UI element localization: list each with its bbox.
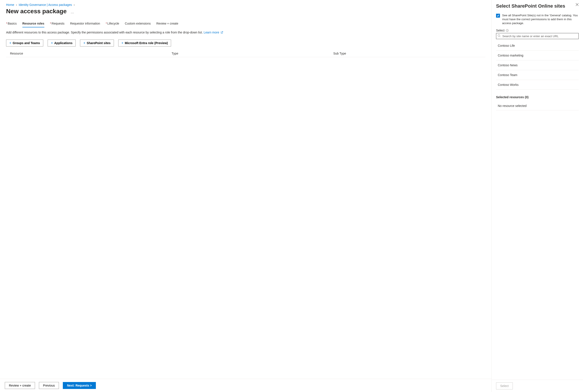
see-all-sites-label: See all SharePoint Site(s) not in the 'G… [502, 14, 579, 26]
add-microsoft-entra-role-preview-button[interactable]: +Microsoft Entra role (Preview) [118, 40, 171, 46]
panel-title: Select SharePoint Online sites [496, 3, 565, 9]
chevron-right-icon: › [74, 3, 75, 6]
tab-label: Requests [52, 22, 64, 25]
next-button[interactable]: Next: Requests > [63, 382, 96, 389]
review-create-button[interactable]: Review + create [5, 382, 35, 389]
tab-review-create[interactable]: Review + create [156, 21, 178, 28]
tab-label: Custom extensions [125, 22, 151, 25]
select-sharepoint-panel: Select SharePoint Online sites See all S… [492, 0, 583, 392]
column-resource: Resource [10, 52, 172, 55]
tab-requests[interactable]: *Requests [50, 21, 65, 28]
external-link-icon [221, 31, 223, 33]
tab-label: Basics [8, 22, 17, 25]
svg-point-1 [498, 34, 500, 36]
add-sharepoint-sites-button[interactable]: +SharePoint sites [80, 40, 114, 46]
site-item[interactable]: Contoso Life [496, 41, 579, 51]
tab-label: Lifecycle [107, 22, 119, 25]
tabs: *BasicsResource roles*RequestsRequestor … [6, 21, 485, 28]
column-subtype: Sub Type [333, 52, 485, 55]
breadcrumb-identity-governance[interactable]: Identity Governance | Access packages [19, 3, 72, 6]
search-icon [497, 34, 501, 38]
plus-icon: + [122, 41, 124, 45]
breadcrumb: Home › Identity Governance | Access pack… [6, 3, 485, 6]
selected-resources-header: Selected resources (0) [496, 96, 579, 99]
add-button-label: Applications [54, 41, 72, 45]
required-indicator: * [6, 22, 7, 25]
chevron-right-icon: › [16, 3, 17, 6]
tab-description: Add different resources to this access p… [6, 30, 485, 35]
add-button-label: Microsoft Entra role (Preview) [125, 41, 168, 45]
site-list: Contoso LifeContoso marketingContoso New… [496, 41, 579, 90]
add-button-label: Groups and Teams [13, 41, 40, 45]
page-title: New access package [6, 8, 67, 15]
add-button-label: SharePoint sites [87, 41, 111, 45]
plus-icon: + [83, 41, 85, 45]
column-type: Type [172, 52, 333, 55]
tab-lifecycle[interactable]: *Lifecycle [106, 21, 119, 28]
site-item[interactable]: Contoso News [496, 60, 579, 70]
resource-table-header: Resource Type Sub Type [6, 50, 485, 57]
site-search-input[interactable] [496, 33, 579, 39]
learn-more-link[interactable]: Learn more [204, 31, 223, 34]
tab-label: Requestor information [70, 22, 100, 25]
wizard-footer: Review + create Previous Next: Requests … [0, 379, 491, 392]
site-item[interactable]: Contoso Team [496, 70, 579, 80]
info-icon[interactable] [506, 29, 509, 32]
select-label: Select [496, 29, 504, 32]
tab-resource-roles[interactable]: Resource roles [23, 21, 44, 28]
tab-label: Review + create [156, 22, 178, 25]
add-resource-buttons: +Groups and Teams+Applications+SharePoin… [6, 40, 485, 46]
add-groups-and-teams-button[interactable]: +Groups and Teams [6, 40, 43, 46]
breadcrumb-home[interactable]: Home [6, 3, 14, 6]
selected-resources-empty: No resource selected [496, 102, 579, 110]
tab-custom-extensions[interactable]: Custom extensions [125, 21, 151, 28]
add-applications-button[interactable]: +Applications [48, 40, 76, 46]
plus-icon: + [51, 41, 53, 45]
required-indicator: * [106, 22, 107, 25]
site-item[interactable]: Contoso Works [496, 80, 579, 90]
tab-label: Resource roles [23, 22, 44, 25]
site-item[interactable]: Contoso marketing [496, 51, 579, 60]
tab-requestor-information[interactable]: Requestor information [70, 21, 100, 28]
panel-select-button[interactable]: Select [496, 382, 513, 390]
close-icon[interactable] [575, 3, 579, 7]
plus-icon: + [9, 41, 11, 45]
see-all-sites-checkbox[interactable] [496, 14, 500, 18]
required-indicator: * [50, 22, 51, 25]
description-text: Add different resources to this access p… [6, 31, 204, 34]
tab-basics[interactable]: *Basics [6, 21, 17, 28]
more-icon[interactable]: … [71, 8, 75, 14]
previous-button[interactable]: Previous [39, 382, 59, 389]
